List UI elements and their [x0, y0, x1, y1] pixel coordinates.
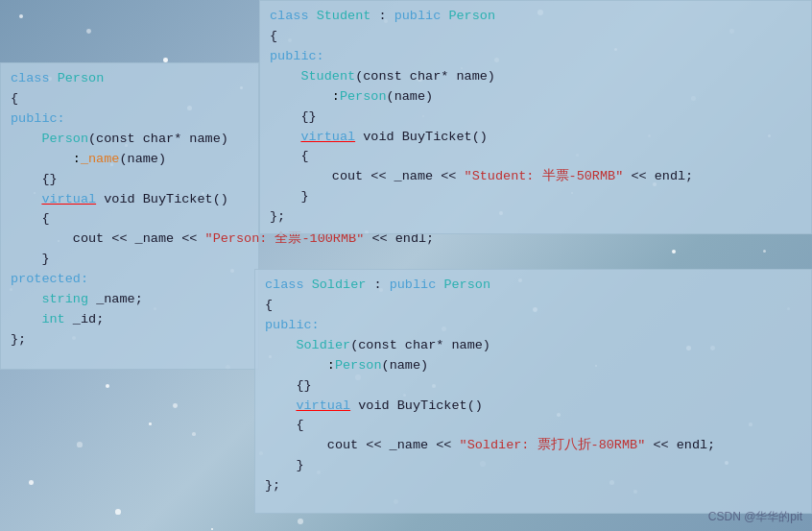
- code-line: :Person(name): [265, 356, 801, 376]
- code-line: cout << _name << "Soldier: 票打八折-80RMB" <…: [265, 436, 801, 456]
- code-line: protected:: [11, 270, 249, 290]
- code-line: int _id;: [11, 310, 249, 330]
- code-line: {: [265, 296, 801, 316]
- code-line: virtual void BuyTicket(): [270, 128, 801, 148]
- code-line: cout << _name << "Person: 全票-100RMB" << …: [11, 229, 249, 250]
- code-line: }: [265, 456, 801, 476]
- code-line: class Soldier : public Person: [265, 276, 801, 296]
- code-line: cout << _name << "Student: 半票-50RMB" << …: [270, 167, 801, 187]
- code-line: Student(const char* name): [270, 67, 801, 87]
- code-line: };: [265, 476, 801, 496]
- code-line: Soldier(const char* name): [265, 336, 801, 356]
- code-line: virtual void BuyTicket(): [265, 397, 801, 417]
- code-line: class Student : public Person: [270, 7, 801, 27]
- code-line: }: [11, 250, 249, 270]
- code-line: {}: [11, 170, 249, 190]
- code-line: {}: [270, 108, 801, 128]
- code-line: {}: [265, 376, 801, 397]
- code-line: {: [11, 209, 249, 229]
- code-line: {: [270, 147, 801, 167]
- code-line: };: [11, 330, 249, 350]
- code-line: :_name(name): [11, 150, 249, 170]
- code-line: }: [270, 187, 801, 207]
- code-line: virtual void BuyTicket(): [11, 190, 249, 210]
- code-line: {: [11, 89, 249, 109]
- code-line: string _name;: [11, 290, 249, 310]
- code-line: Person(const char* name): [11, 130, 249, 150]
- code-line: public:: [11, 109, 249, 130]
- code-line: {: [270, 27, 801, 47]
- panel-soldier: class Soldier : public Person { public: …: [254, 269, 812, 514]
- code-line: :Person(name): [270, 87, 801, 108]
- code-line: public:: [270, 47, 801, 67]
- panel-student: class Student : public Person { public: …: [259, 0, 812, 234]
- watermark: CSDN @华华的pit: [708, 509, 802, 525]
- code-line: };: [270, 207, 801, 228]
- code-line: {: [265, 416, 801, 436]
- panel-person: class Person { public: Person(const char…: [0, 62, 259, 370]
- code-line: class Person: [11, 69, 249, 89]
- code-line: public:: [265, 316, 801, 336]
